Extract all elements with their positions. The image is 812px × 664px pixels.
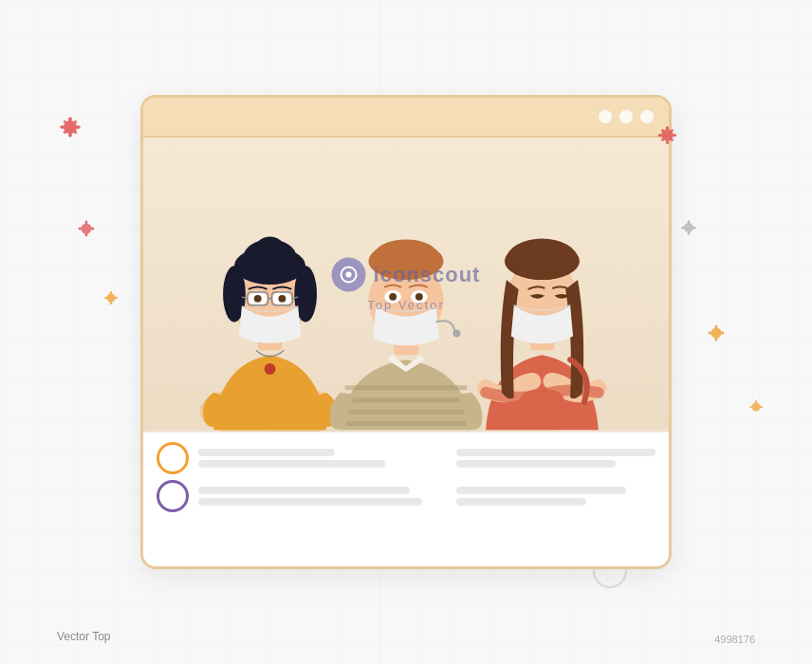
browser-window: iconscout Top Vector <box>140 95 672 569</box>
line-bar-1c <box>456 449 655 456</box>
svg-point-45 <box>684 223 693 232</box>
label-right-group: 4998176 <box>714 630 755 647</box>
line-bar-2a <box>198 487 410 494</box>
svg-point-23 <box>107 294 116 303</box>
virus-particle-1 <box>57 114 83 140</box>
avatar-2 <box>157 480 189 512</box>
line-bar-2c <box>456 487 625 494</box>
virus-particle-3 <box>102 289 120 306</box>
svg-point-14 <box>82 224 92 234</box>
svg-point-98 <box>389 293 397 301</box>
info-lines-1 <box>198 449 447 468</box>
line-bar-1b <box>198 460 385 468</box>
line-bar-1a <box>198 449 335 456</box>
id-label: 4998176 <box>714 634 755 645</box>
svg-point-40 <box>671 138 674 141</box>
svg-point-85 <box>254 295 262 303</box>
info-row-1 <box>157 442 655 474</box>
virus-particle-2 <box>76 218 97 239</box>
svg-point-38 <box>671 129 674 132</box>
browser-dot-2 <box>619 110 633 123</box>
browser-dot-3 <box>640 110 654 123</box>
bottom-labels: Vector Top 4998176 <box>0 630 812 647</box>
svg-point-8 <box>64 131 67 135</box>
svg-point-77 <box>255 237 286 264</box>
vector-top-label: Vector Top <box>57 630 110 643</box>
svg-point-6 <box>64 120 67 123</box>
virus-particle-4 <box>655 123 679 147</box>
people-illustration <box>143 138 669 432</box>
svg-point-54 <box>711 328 722 339</box>
virus-particle-5 <box>679 218 698 237</box>
svg-point-9 <box>74 131 78 135</box>
people-area: iconscout Top Vector <box>143 138 669 432</box>
info-row-2 <box>157 480 655 512</box>
info-lines-2 <box>198 487 447 506</box>
virus-particle-6 <box>706 323 727 343</box>
svg-point-7 <box>74 120 78 123</box>
browser-top-bar <box>143 98 669 138</box>
avatar-1 <box>157 442 189 474</box>
svg-point-100 <box>452 329 460 337</box>
svg-point-99 <box>415 293 423 301</box>
svg-point-95 <box>373 240 438 274</box>
browser-dot-1 <box>599 110 612 123</box>
line-bar-1d <box>456 460 616 468</box>
svg-point-86 <box>278 295 286 303</box>
svg-point-104 <box>507 239 578 281</box>
virus-particle-7 <box>747 398 765 415</box>
svg-point-66 <box>749 406 752 409</box>
svg-point-37 <box>661 129 664 132</box>
svg-point-39 <box>661 138 664 141</box>
svg-point-87 <box>265 363 276 375</box>
label-left-group: Vector Top <box>57 630 110 647</box>
svg-point-63 <box>752 403 761 412</box>
line-bar-2d <box>456 498 585 506</box>
info-panel <box>143 432 669 522</box>
line-bar-2b <box>198 498 422 506</box>
